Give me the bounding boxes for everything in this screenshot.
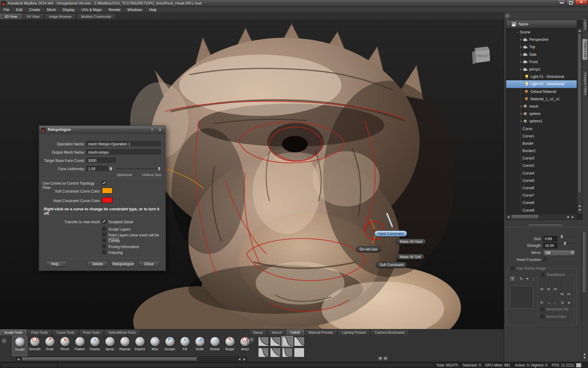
face-uniformity-stepper[interactable] xyxy=(108,166,113,172)
randomize-slider-5[interactable] xyxy=(568,283,569,298)
falloff-preset-0[interactable] xyxy=(258,337,269,346)
tree-item-curve7[interactable]: Curve7 xyxy=(506,192,577,199)
face-count-input[interactable]: 3000 xyxy=(86,158,116,163)
tool-grab[interactable]: ↗Grab xyxy=(42,336,57,356)
transfer-curves-checkbox[interactable] xyxy=(102,238,106,243)
panel-collapse-chevron[interactable]: › xyxy=(505,13,510,18)
face-uniformity-slider-handle[interactable] xyxy=(158,167,160,171)
tool-knife[interactable]: ◢Knife xyxy=(192,336,207,356)
context-do-not-use[interactable]: Do not use xyxy=(356,246,381,252)
status-color-swatch[interactable] xyxy=(576,363,581,367)
transfer-sculpted-detail-checkbox[interactable] xyxy=(102,219,106,224)
context-soft-constraint[interactable]: Soft Constraint xyxy=(376,262,407,268)
mirror-dropdown[interactable]: Off xyxy=(543,250,575,256)
vertical-flips-checkbox[interactable] xyxy=(540,314,545,319)
lock-icon[interactable] xyxy=(511,21,517,27)
menu-help[interactable]: Help xyxy=(146,8,160,12)
menu-file[interactable]: File xyxy=(0,8,13,12)
header-chevron-icon[interactable]: › xyxy=(506,22,511,26)
falloff-preset-1[interactable] xyxy=(270,337,281,346)
tab-lighting-presets[interactable]: Lighting Presets xyxy=(337,329,370,335)
tab-camera-bookmarks[interactable]: Camera Bookmarks xyxy=(371,329,409,335)
size-field[interactable]: 0.69 xyxy=(543,236,557,242)
randomize-rotate-icon[interactable]: ↻ xyxy=(540,300,544,305)
horizontal-flip-checkbox[interactable] xyxy=(540,307,545,311)
close-dialog-button[interactable]: Close xyxy=(138,261,159,267)
menu-uvs-maps[interactable]: UVs & Maps xyxy=(78,8,105,12)
tab-material-presets[interactable]: Material Presets xyxy=(304,329,337,335)
falloff-preset-7[interactable] xyxy=(294,348,304,357)
menu-create[interactable]: Create xyxy=(26,8,43,12)
tool-smear[interactable]: ◡Smear xyxy=(207,336,222,356)
context-make-all-soft[interactable]: Make All Soft xyxy=(396,254,424,260)
stamp-flip-vertical-icon[interactable]: ↕ xyxy=(533,277,535,281)
menu-mesh[interactable]: Mesh xyxy=(43,8,59,12)
tree-item-curve4[interactable]: Curve4 xyxy=(506,170,577,177)
tool-flatten[interactable]: ↓Flatten xyxy=(72,336,87,356)
tab-curve-tools[interactable]: Curve Tools xyxy=(52,329,79,335)
tree-item-default-material[interactable]: Default Material xyxy=(506,88,577,95)
tree-item-front[interactable]: + Front xyxy=(506,58,577,66)
help-button[interactable]: Help... xyxy=(46,261,67,267)
face-uniformity-input[interactable]: 1.00 xyxy=(86,166,108,172)
randomize-width-icon[interactable]: ↔ xyxy=(547,300,551,305)
tool-spray[interactable]: ↑Spray xyxy=(102,336,117,356)
randomize-slider-2[interactable] xyxy=(548,283,549,298)
stamp-image-preview[interactable] xyxy=(510,286,533,309)
tool-bulge[interactable]: ↖Bulge xyxy=(222,336,237,356)
menu-windows[interactable]: Windows xyxy=(124,8,146,12)
tree-item-persp1[interactable]: + persp1 xyxy=(506,66,577,73)
tool-repeat[interactable]: ↑Repeat xyxy=(117,336,132,356)
tree-item-perspective[interactable]: + Perspective xyxy=(506,36,577,43)
tree-item-curve5[interactable]: Curve5 xyxy=(506,177,577,184)
delete-button[interactable]: Delete xyxy=(88,261,108,267)
randomize-slider-1[interactable] xyxy=(541,283,542,298)
tab-3d-view[interactable]: 3D View xyxy=(0,13,22,19)
view-cube[interactable]: FRONT LEFT xyxy=(472,45,495,67)
tree-item-side[interactable]: + Side xyxy=(506,51,577,58)
invert-function-checkbox[interactable] xyxy=(543,257,548,261)
tool-pinch[interactable]: ↘Pinch xyxy=(57,336,72,356)
size-slider[interactable] xyxy=(559,237,577,238)
falloff-preset-2-selected[interactable] xyxy=(282,337,292,346)
tab-stencil[interactable]: Stencil xyxy=(267,329,286,335)
use-stamp-image-checkbox[interactable] xyxy=(511,266,515,270)
stamp-flip-horizontal-icon[interactable]: ◂▸ xyxy=(526,277,529,280)
tool-imprint[interactable]: ▪Imprint xyxy=(132,336,147,356)
tree-item-light-02-selected[interactable]: Light 02 - Directional xyxy=(506,80,577,88)
falloff-preset-4[interactable] xyxy=(258,348,269,357)
tree-item-curve6[interactable]: Curve6 xyxy=(506,184,577,192)
close-button[interactable] xyxy=(575,0,587,5)
strength-field[interactable]: 15.00 xyxy=(543,243,557,248)
operation-name-input[interactable]: mesh Retopo Operation 1 xyxy=(86,141,161,147)
name-column-header[interactable]: Name xyxy=(518,22,528,26)
dialog-help-button[interactable]: ? xyxy=(149,127,155,132)
tree-item-light-01[interactable]: Light 01 - Directional xyxy=(506,73,577,80)
randomize-height-icon[interactable]: ↕ xyxy=(554,300,556,305)
tool-scrape[interactable]: ◤Scrape xyxy=(162,336,177,356)
transfer-sculpt-layers-checkbox[interactable] xyxy=(102,227,106,231)
transfer-freezing-checkbox[interactable] xyxy=(102,250,106,254)
tree-item-sphere1[interactable]: + sphere1 xyxy=(506,117,577,125)
dropdown-arrow-icon[interactable] xyxy=(569,250,575,255)
falloff-preset-6[interactable] xyxy=(282,348,292,357)
falloff-preset-3[interactable] xyxy=(294,337,304,346)
size-slider-handle[interactable] xyxy=(560,235,563,239)
falloff-preset-5[interactable] xyxy=(270,348,281,357)
tab-uv-view[interactable]: UV View xyxy=(22,13,44,19)
menu-render[interactable]: Render xyxy=(105,8,124,12)
tree-item-curve2[interactable]: Curve2 xyxy=(506,162,577,169)
transfer-paint-layers-checkbox[interactable] xyxy=(102,232,106,237)
tray-scroll-right[interactable] xyxy=(383,356,388,361)
strength-slider-handle[interactable] xyxy=(564,242,566,246)
view-cube-front-label[interactable]: FRONT xyxy=(476,54,489,58)
tools-collapse-chevron[interactable]: › xyxy=(2,339,7,343)
context-hard-constraint[interactable]: Hard Constraint xyxy=(375,231,407,236)
randomize-square-icon[interactable]: ■ xyxy=(568,300,570,305)
tool-fill[interactable]: ▲Fill xyxy=(177,336,192,356)
tab-select-move-tools[interactable]: Select/Move Tools xyxy=(104,329,140,335)
hard-constraint-color-swatch[interactable] xyxy=(102,197,112,203)
context-make-all-hard[interactable]: Make All Hard xyxy=(396,239,426,244)
dialog-close-button[interactable]: ✕ xyxy=(157,127,163,132)
tab-paint-tools[interactable]: Paint Tools xyxy=(27,329,52,335)
